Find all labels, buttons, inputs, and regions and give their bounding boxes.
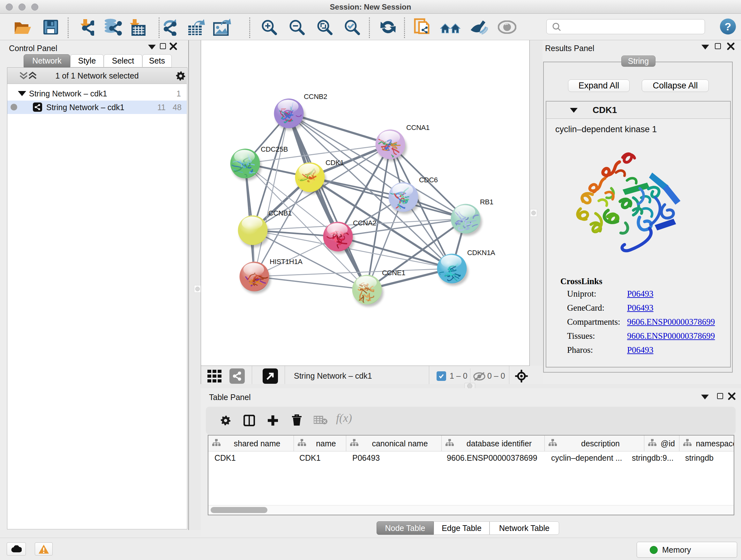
svg-text:CCNA2: CCNA2 xyxy=(353,219,376,227)
svg-text:HIST1H1A: HIST1H1A xyxy=(270,258,302,266)
svg-text:CDC6: CDC6 xyxy=(419,176,438,184)
svg-text:CDC25B: CDC25B xyxy=(261,145,288,153)
svg-text:CCNB1: CCNB1 xyxy=(268,209,292,217)
svg-text:CDKN1A: CDKN1A xyxy=(467,249,495,257)
svg-text:RB1: RB1 xyxy=(480,198,493,206)
svg-text:CCNA1: CCNA1 xyxy=(406,124,429,132)
svg-text:CDK1: CDK1 xyxy=(326,159,344,167)
svg-text:CCNB2: CCNB2 xyxy=(304,92,327,101)
svg-text:CCNE1: CCNE1 xyxy=(382,269,405,277)
